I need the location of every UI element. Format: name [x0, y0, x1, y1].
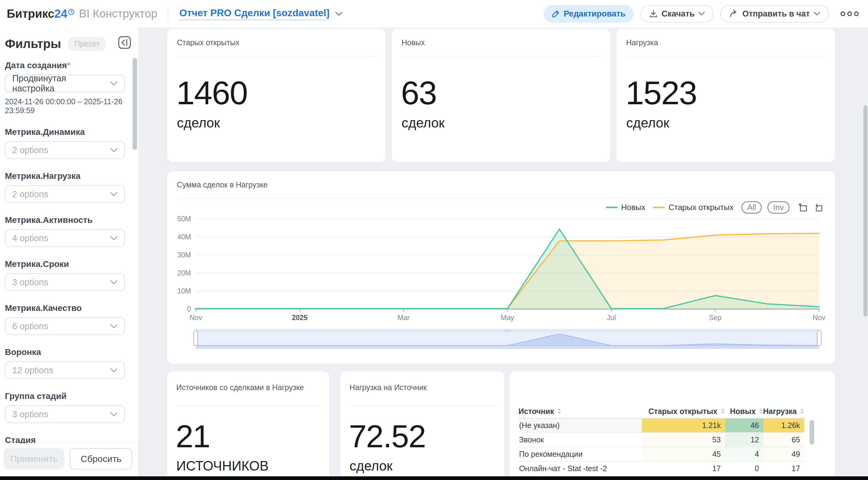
cell-source: Звонок [519, 433, 642, 447]
preset-badge[interactable]: Пресет [68, 37, 106, 51]
card-divider [402, 56, 600, 57]
cell-source: По рекомендации [519, 447, 642, 461]
brand-name: Битрикс [7, 8, 55, 20]
zoom-reset-icon[interactable] [813, 202, 823, 213]
slider-handle [194, 331, 198, 346]
filter-label: Группа стадий [5, 391, 125, 401]
legend-inv-button[interactable]: Inv [767, 201, 789, 214]
table-row[interactable]: Онлайн-чат - Stat -test -2 17 0 17 [519, 462, 804, 476]
clock-icon [68, 8, 75, 15]
filter-select-value: 4 options [12, 233, 49, 243]
kpi-unit: ИСТОЧНИКОВ [176, 458, 269, 474]
kpi-card-title: Старых открытых [177, 38, 239, 47]
reset-button[interactable]: Сбросить [70, 448, 132, 470]
cell-old-open: 17 [642, 462, 725, 475]
filter-label: Дата создания* [5, 61, 125, 70]
kpi-card-title: Нагрузка на Источник [349, 383, 427, 392]
kpi-unit: сделок [402, 115, 445, 131]
svg-text:Mar: Mar [398, 314, 410, 322]
filter-select-stage-group[interactable]: 3 options [5, 405, 125, 423]
filter-label: Метрика.Динамика [5, 127, 125, 137]
chevron-down-icon [813, 12, 820, 16]
cell-new: 12 [725, 433, 763, 447]
table-row[interactable]: Звонок 53 12 65 [519, 433, 804, 447]
table-row[interactable]: По рекомендации 45 4 49 [519, 447, 804, 462]
filter-select-load[interactable]: 2 options [5, 185, 125, 203]
sidebar-scrollbar[interactable] [132, 58, 137, 150]
column-header-load[interactable]: Нагрузка [763, 407, 804, 416]
filter-label: Метрика.Активность [5, 215, 125, 225]
svg-text:10M: 10M [177, 287, 191, 295]
date-range-text: 2024-11-26 00:00:00 – 2025-11-26 23:59:5… [5, 97, 138, 115]
more-menu-icon[interactable] [840, 11, 860, 17]
column-header-new[interactable]: Новых [725, 407, 763, 416]
legend-label: Старых открытых [669, 203, 733, 212]
filters-panel: Фильтры Пресет Дата создания* Продвинута… [0, 28, 138, 480]
svg-text:Sep: Sep [709, 314, 721, 322]
slider-handle [817, 331, 821, 346]
filters-title: Фильтры [5, 37, 61, 51]
filter-select-value: 3 options [12, 277, 49, 287]
svg-text:30M: 30M [177, 251, 191, 259]
chevron-down-icon[interactable] [335, 11, 343, 16]
sort-icon[interactable] [800, 408, 804, 415]
filter-select-activity[interactable]: 4 options [5, 229, 125, 247]
chart-legend: Новых Старых открытых All Inv [606, 201, 823, 214]
filter-select-value: 6 options [12, 321, 49, 332]
sort-icon[interactable] [759, 408, 763, 415]
card-divider [626, 56, 825, 57]
required-asterisk: * [67, 61, 70, 70]
column-header-old-open[interactable]: Старых открытых [642, 407, 725, 416]
filter-label: Метрика.Качество [5, 303, 125, 313]
filter-select-quality[interactable]: 6 options [5, 317, 125, 335]
sources-table: Источник Старых открытых Новых Нагрузка … [519, 405, 804, 480]
brand-number: 24 [55, 8, 67, 20]
apply-button[interactable]: Применить [4, 448, 64, 470]
chevron-down-icon [110, 148, 118, 152]
filter-label: Метрика.Нагрузка [5, 171, 125, 181]
kpi-value: 21 [176, 419, 210, 453]
filter-select-funnel[interactable]: 12 options [5, 362, 125, 379]
legend-all-button[interactable]: All [741, 201, 762, 214]
zoom-select-icon[interactable] [798, 202, 808, 213]
chevron-down-icon [698, 12, 705, 16]
table-scrollbar[interactable] [810, 420, 814, 445]
kpi-card-title: Новых [402, 38, 425, 47]
kpi-card-title: Источников со сделками в Нагрузке [176, 383, 304, 392]
kpi-unit: сделок [177, 115, 220, 131]
chevron-down-icon [110, 324, 118, 329]
legend-item-old-open[interactable]: Старых открытых [653, 203, 733, 212]
kpi-card-load: Нагрузка 1523 сделок [616, 29, 835, 162]
edit-button[interactable]: Редактировать [544, 5, 633, 23]
cell-old-open: 53 [642, 433, 725, 447]
bottom-black-bar [0, 476, 868, 480]
deal-sum-area-chart[interactable]: 010M20M30M40M50MNov2025MarMayJulSepNov [167, 171, 835, 364]
chart-card: Сумма сделок в Нагрузке Новых Старых отк… [167, 171, 835, 364]
cell-new: 4 [725, 447, 763, 461]
filters-scroll-area: Дата создания* Продвинутая настройка 202… [0, 57, 138, 471]
filter-select-terms[interactable]: 3 options [5, 273, 125, 291]
window-scrollbar[interactable] [863, 105, 867, 316]
chevron-down-icon [110, 412, 118, 417]
filter-select-date[interactable]: Продвинутая настройка [5, 75, 125, 92]
download-button[interactable]: Скачать [640, 5, 714, 23]
sort-icon[interactable] [557, 408, 562, 415]
sources-table-card: Источник Старых открытых Новых Нагрузка … [509, 372, 835, 480]
sort-icon[interactable] [720, 408, 725, 415]
table-row[interactable]: (Не указан) 1.21k 46 1.26k [519, 418, 804, 433]
filter-select-dynamics[interactable]: 2 options [5, 141, 125, 159]
card-divider [349, 406, 495, 406]
svg-text:0: 0 [187, 305, 191, 313]
card-divider [176, 406, 320, 406]
svg-text:50M: 50M [177, 215, 191, 223]
kpi-value: 63 [401, 75, 436, 111]
top-header: Битрикс24 BI Конструктор Отчет PRO Сделк… [0, 0, 868, 28]
cell-load: 17 [763, 462, 804, 475]
legend-item-new[interactable]: Новых [606, 203, 646, 212]
report-title[interactable]: Отчет PRO Сделки [sozdavatel] [179, 7, 329, 20]
collapse-panel-icon[interactable] [118, 36, 131, 49]
send-to-chat-button[interactable]: Отправить в чат [720, 5, 829, 23]
card-divider [177, 56, 376, 57]
svg-text:Nov: Nov [813, 314, 826, 322]
column-header-source[interactable]: Источник [519, 407, 642, 416]
